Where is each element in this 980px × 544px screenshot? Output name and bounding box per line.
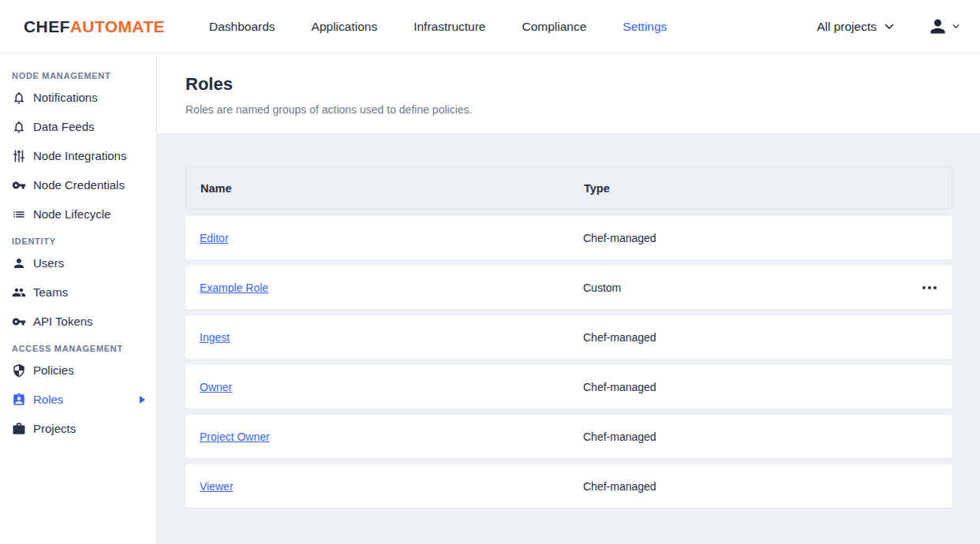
column-header-name: Name bbox=[200, 182, 584, 195]
table-header-row: Name Type bbox=[185, 166, 952, 210]
role-link-viewer[interactable]: Viewer bbox=[200, 480, 234, 493]
role-link-ingest[interactable]: Ingest bbox=[200, 331, 230, 344]
ellipsis-icon[interactable] bbox=[921, 281, 938, 294]
sidebar-item-label: Node Credentials bbox=[33, 178, 125, 192]
settings-sidebar: NODE MANAGEMENT Notifications Data Feeds… bbox=[0, 54, 157, 544]
sidebar-item-label: Teams bbox=[33, 285, 68, 299]
table-row: Ingest Chef-managed bbox=[185, 315, 952, 359]
role-link-editor[interactable]: Editor bbox=[200, 232, 229, 244]
nav-applications[interactable]: Applications bbox=[312, 20, 378, 34]
sidebar-item-roles[interactable]: Roles bbox=[0, 385, 156, 414]
sidebar-section-access-management: ACCESS MANAGEMENT bbox=[12, 344, 156, 353]
topbar-right: All projects bbox=[817, 16, 959, 37]
role-link-owner[interactable]: Owner bbox=[200, 381, 232, 393]
role-type: Chef-managed bbox=[583, 381, 938, 393]
sidebar-item-policies[interactable]: Policies bbox=[0, 356, 156, 385]
table-row: Editor Chef-managed bbox=[185, 216, 952, 259]
sidebar-item-api-tokens[interactable]: API Tokens bbox=[0, 307, 156, 336]
badge-icon bbox=[12, 393, 26, 407]
nav-compliance[interactable]: Compliance bbox=[522, 20, 586, 34]
sidebar-item-label: Projects bbox=[33, 422, 76, 435]
briefcase-icon bbox=[12, 422, 26, 436]
sidebar-item-label: Node Lifecycle bbox=[33, 207, 110, 221]
roles-page: Roles Roles are named groups of actions … bbox=[157, 54, 980, 544]
table-row: Owner Chef-managed bbox=[185, 365, 952, 408]
key-icon bbox=[12, 178, 26, 192]
person-icon bbox=[12, 256, 26, 270]
logo-automate: AUTOMATE bbox=[70, 17, 165, 35]
sidebar-item-node-integrations[interactable]: Node Integrations bbox=[0, 141, 156, 170]
page-description: Roles are named groups of actions used t… bbox=[185, 103, 980, 116]
user-menu[interactable] bbox=[927, 16, 959, 37]
table-row: Example Role Custom bbox=[185, 266, 952, 309]
sidebar-section-identity: IDENTITY bbox=[12, 237, 156, 246]
nav-infrastructure[interactable]: Infrastructure bbox=[413, 20, 485, 34]
page-title: Roles bbox=[185, 74, 980, 95]
sidebar-item-label: Policies bbox=[33, 363, 74, 377]
top-navigation-bar: CHEFAUTOMATE Dashboards Applications Inf… bbox=[0, 0, 980, 54]
chef-automate-app: CHEFAUTOMATE Dashboards Applications Inf… bbox=[0, 0, 980, 544]
sidebar-item-node-credentials[interactable]: Node Credentials bbox=[0, 170, 156, 199]
projects-filter-label: All projects bbox=[817, 20, 877, 34]
sidebar-item-label: Notifications bbox=[33, 91, 98, 104]
chef-automate-logo[interactable]: CHEFAUTOMATE bbox=[24, 17, 165, 36]
shield-icon bbox=[12, 363, 26, 378]
table-row: Project Owner Chef-managed bbox=[185, 415, 952, 458]
role-type: Chef-managed bbox=[583, 232, 938, 244]
role-type: Custom bbox=[583, 281, 921, 294]
user-avatar-icon bbox=[927, 16, 948, 37]
sidebar-item-notifications[interactable]: Notifications bbox=[0, 83, 156, 112]
sidebar-item-label: API Tokens bbox=[33, 315, 93, 328]
role-link-example-role[interactable]: Example Role bbox=[200, 281, 268, 294]
list-icon bbox=[12, 207, 26, 222]
nav-dashboards[interactable]: Dashboards bbox=[209, 20, 275, 34]
sidebar-item-label: Users bbox=[33, 256, 64, 270]
bell-icon bbox=[12, 91, 26, 105]
sidebar-item-teams[interactable]: Teams bbox=[0, 278, 156, 307]
chevron-down-icon bbox=[952, 24, 959, 29]
table-row: Viewer Chef-managed bbox=[185, 464, 952, 508]
sidebar-item-users[interactable]: Users bbox=[0, 248, 156, 278]
role-type: Chef-managed bbox=[583, 331, 938, 344]
bell-icon bbox=[12, 120, 26, 134]
column-header-type: Type bbox=[584, 182, 937, 195]
logo-chef: CHEF bbox=[24, 17, 70, 35]
roles-table: Name Type Editor Chef-managed Example Ro… bbox=[185, 166, 952, 514]
key-icon bbox=[12, 315, 26, 329]
people-icon bbox=[12, 285, 26, 300]
sidebar-item-projects[interactable]: Projects bbox=[0, 414, 156, 443]
projects-filter-dropdown[interactable]: All projects bbox=[817, 20, 894, 34]
sidebar-item-label: Node Integrations bbox=[33, 149, 126, 162]
role-type: Chef-managed bbox=[583, 480, 938, 493]
sidebar-item-label: Roles bbox=[33, 393, 63, 406]
sidebar-item-label: Data Feeds bbox=[33, 120, 95, 133]
role-link-project-owner[interactable]: Project Owner bbox=[200, 430, 270, 443]
chevron-down-icon bbox=[885, 24, 894, 30]
sidebar-item-node-lifecycle[interactable]: Node Lifecycle bbox=[0, 199, 156, 229]
active-arrow-icon bbox=[140, 396, 145, 404]
main-nav: Dashboards Applications Infrastructure C… bbox=[209, 20, 667, 34]
nav-settings[interactable]: Settings bbox=[623, 20, 667, 34]
sliders-icon bbox=[12, 149, 26, 163]
sidebar-item-data-feeds[interactable]: Data Feeds bbox=[0, 112, 156, 141]
page-header: Roles Roles are named groups of actions … bbox=[157, 54, 980, 133]
sidebar-section-node-management: NODE MANAGEMENT bbox=[12, 71, 156, 80]
role-type: Chef-managed bbox=[583, 430, 938, 443]
